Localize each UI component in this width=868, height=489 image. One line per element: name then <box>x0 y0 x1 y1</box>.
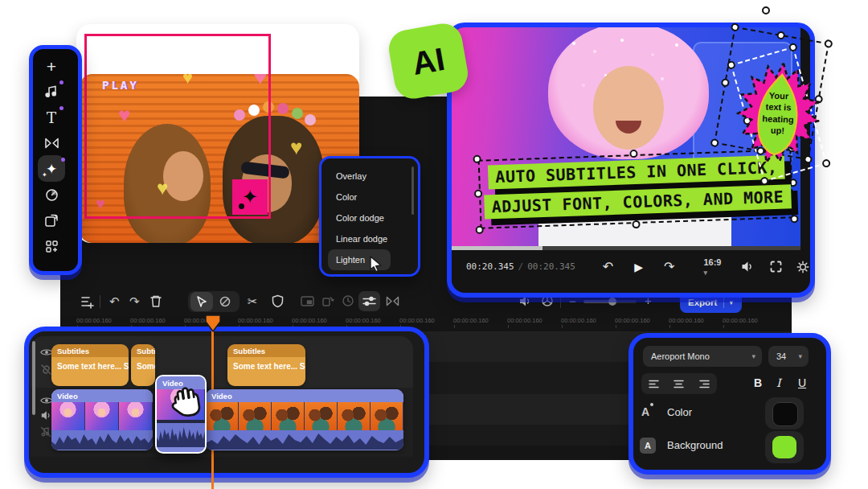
sticker-text: Yourtext isheatingup! <box>735 88 821 138</box>
rotate-device-button[interactable] <box>321 294 334 307</box>
add-track-button[interactable] <box>80 294 95 309</box>
selection-handle[interactable] <box>821 158 831 168</box>
eraser-tool-button[interactable] <box>219 295 231 308</box>
volume-button[interactable] <box>740 261 754 273</box>
menu-scrollbar[interactable] <box>411 166 414 215</box>
cut-button[interactable]: ✂ <box>248 295 258 307</box>
selection-handle[interactable] <box>721 78 731 88</box>
delete-button[interactable] <box>149 294 162 308</box>
clip-title: Video <box>206 389 403 402</box>
add-media-button[interactable]: + <box>40 56 63 77</box>
font-color-icon: A <box>641 405 649 418</box>
effects-badge[interactable]: ✦ <box>232 179 268 215</box>
underline-button[interactable]: U <box>798 376 806 389</box>
notification-dot <box>61 158 65 162</box>
export-label: Export <box>680 298 717 307</box>
background-swatch[interactable] <box>772 436 796 458</box>
selection-handle[interactable] <box>776 31 786 40</box>
notification-dot <box>59 80 63 84</box>
clip-thumbnails <box>206 402 403 430</box>
clip-title: Subtitles <box>131 344 155 357</box>
menu-item-linear-dodge[interactable]: Linear dodge <box>321 228 418 249</box>
align-left-button[interactable] <box>649 380 659 388</box>
menu-item-color[interactable]: Color <box>321 187 418 208</box>
playhead-marker[interactable] <box>204 314 222 333</box>
app-screenshot: ↶ ↷ ✂ − + Export ▾ <box>0 0 868 489</box>
clip-title: Subtitles <box>227 344 305 357</box>
undo-button[interactable]: ↶ <box>109 295 120 307</box>
color-label: Color <box>667 406 692 418</box>
notification-dot <box>59 106 63 110</box>
clip-text: Some text here... Sor <box>51 357 129 386</box>
undo-playback-button[interactable]: ↶ <box>603 259 613 274</box>
clip-title: Video <box>51 389 153 402</box>
subtitle-clip[interactable]: Subtitles Some text here... So <box>227 344 305 386</box>
font-size-select[interactable]: 34 ▾ <box>768 346 809 367</box>
menu-item-overlay[interactable]: Overlay <box>321 166 418 187</box>
align-center-button[interactable] <box>674 380 684 388</box>
color-swatch-box[interactable] <box>765 397 804 429</box>
speed-tool-button[interactable] <box>40 183 63 206</box>
export-chevron-icon[interactable]: ▾ <box>724 298 738 306</box>
transitions-tool-button[interactable] <box>40 132 63 154</box>
mouse-cursor <box>369 256 383 272</box>
duration-button[interactable] <box>342 294 354 307</box>
subtitle-clip[interactable]: Subtitles Some text here... <box>131 344 155 386</box>
select-tool-button[interactable] <box>195 295 208 308</box>
transitions-button[interactable] <box>386 296 399 306</box>
align-group <box>641 373 717 394</box>
audio-mixer-button[interactable] <box>362 295 376 307</box>
drag-hand-cursor <box>165 384 207 424</box>
time-separator: / <box>518 261 524 272</box>
woman-face <box>593 66 664 150</box>
more-apps-button[interactable] <box>40 235 63 257</box>
selection-handle[interactable] <box>824 39 833 49</box>
subtitle-clip[interactable]: Subtitles Some text here... Sor <box>51 344 129 386</box>
chevron-down-icon: ▾ <box>798 352 802 360</box>
background-icon: A <box>640 438 656 454</box>
selection-handle[interactable] <box>731 23 740 32</box>
ai-tools-button[interactable]: ✦ ✦ <box>40 158 63 180</box>
video-clip[interactable]: Video <box>51 389 153 450</box>
video-track-mute-icon[interactable] <box>40 426 51 438</box>
clip-waveform <box>157 423 205 447</box>
zoom-slider-handle[interactable] <box>608 298 616 306</box>
color-swatch[interactable] <box>772 402 798 426</box>
menu-item-color-dodge[interactable]: Color dodge <box>321 208 418 228</box>
chevron-down-icon: ▾ <box>703 269 707 277</box>
flame-sticker[interactable]: Yourtext isheatingup! <box>731 59 825 171</box>
aspect-ratio-select[interactable]: 16:9 ▾ <box>703 257 721 277</box>
background-swatch-box[interactable] <box>765 431 804 463</box>
player-settings-button[interactable] <box>796 261 809 273</box>
clip-title: Subtitles <box>51 344 129 357</box>
align-right-button[interactable] <box>699 380 710 388</box>
italic-button[interactable]: I <box>776 376 781 389</box>
font-family-value: Aeroport Mono <box>643 351 710 361</box>
redo-button[interactable]: ↷ <box>129 295 140 307</box>
redo-playback-button[interactable]: ↷ <box>664 259 674 274</box>
chevron-down-icon: ▾ <box>751 352 755 360</box>
font-size-value: 34 <box>768 351 786 361</box>
clip-waveform <box>206 430 403 450</box>
rotation-handle[interactable] <box>762 6 770 14</box>
shield-button[interactable] <box>272 294 284 308</box>
video-track-volume-icon[interactable] <box>40 410 51 421</box>
clip-waveform <box>51 430 153 450</box>
subtitle-track-unlink-icon[interactable] <box>40 364 52 376</box>
player-controls: 00:20.345 / 00:20.345 ↶ ▶ ↷ 16:9 ▾ <box>452 250 800 283</box>
reframe-tool-button[interactable] <box>40 209 63 232</box>
play-button[interactable]: ▶ <box>634 261 643 273</box>
sparkle-dot-icon <box>239 203 244 209</box>
clip-text: Some text here... So <box>227 357 305 386</box>
clip-thumbnails <box>51 402 153 430</box>
bold-button[interactable]: B <box>754 376 762 389</box>
pip-button[interactable] <box>301 296 314 306</box>
heart-overlay: ♥ <box>290 135 302 160</box>
sparkle-icon: ✦ <box>242 187 258 207</box>
video-clip[interactable]: Video <box>206 389 403 450</box>
total-duration: 00:20.345 <box>527 261 575 272</box>
font-family-select[interactable]: Aeroport Mono ▾ <box>643 346 762 367</box>
timeline-scrollbar[interactable] <box>32 341 35 415</box>
fullscreen-button[interactable] <box>770 261 782 273</box>
ai-badge: AI <box>386 21 471 102</box>
